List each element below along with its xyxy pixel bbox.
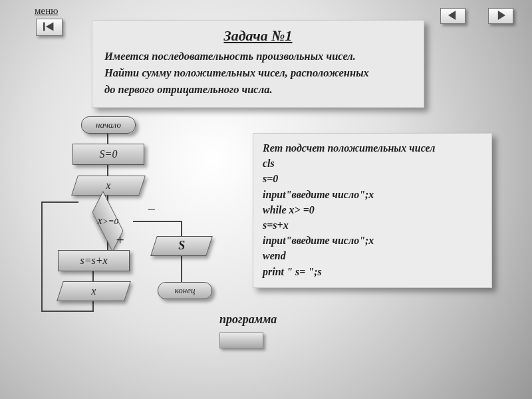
program-button[interactable]	[219, 332, 263, 348]
task-panel: Задача №1 Имеется последовательность про…	[92, 20, 424, 108]
code-l1: Rem подсчет положительных чисел	[263, 140, 482, 156]
code-l7: input"введите число";x	[263, 233, 482, 248]
menu-link[interactable]: меню	[35, 5, 58, 17]
connector	[41, 311, 94, 312]
branch-negative-label: −	[146, 201, 156, 218]
task-line-1: Имеется последовательность произвольных …	[104, 49, 412, 65]
flow-decision: X>=0	[76, 207, 139, 234]
triangle-right-icon	[496, 11, 505, 20]
code-l9: print " s= ";s	[263, 264, 482, 279]
task-title: Задача №1	[104, 27, 412, 45]
skip-start-icon	[43, 22, 55, 31]
connector	[41, 201, 43, 312]
code-l6: s=s+x	[263, 217, 482, 233]
svg-marker-1	[498, 11, 505, 20]
code-l2: cls	[263, 156, 482, 171]
flow-output: S	[150, 236, 213, 256]
connector	[181, 221, 182, 237]
svg-marker-3	[46, 23, 54, 31]
connector	[181, 256, 182, 283]
flow-init: S=0	[72, 144, 144, 165]
program-label: программа	[219, 313, 277, 327]
prev-slide-button[interactable]	[440, 8, 466, 24]
flow-start: начало	[81, 116, 136, 134]
flow-sum: s=s+x	[58, 250, 130, 271]
triangle-left-icon	[448, 11, 458, 20]
branch-positive-label: +	[115, 231, 125, 249]
connector	[41, 201, 78, 203]
svg-rect-2	[43, 23, 45, 31]
task-line-2: Найти сумму положительных чисел, располо…	[104, 65, 412, 82]
svg-marker-0	[448, 11, 456, 20]
code-l8: wend	[263, 248, 482, 263]
code-panel: Rem подсчет положительных чисел cls s=0 …	[253, 133, 492, 288]
code-l5: while x> =0	[263, 202, 482, 217]
code-l3: s=0	[263, 171, 482, 186]
code-l4: input"введите число";x	[263, 187, 482, 202]
menu-home-button[interactable]	[36, 19, 63, 36]
connector	[133, 221, 182, 222]
flow-input-1: x	[71, 176, 146, 196]
next-slide-button[interactable]	[488, 8, 513, 24]
task-line-3: до первого отрицательного числа.	[104, 82, 412, 98]
flow-end: конец	[158, 282, 212, 299]
connector	[92, 270, 94, 281]
flow-decision-label: X>=0	[76, 216, 139, 227]
flow-input-2: x	[57, 281, 131, 301]
